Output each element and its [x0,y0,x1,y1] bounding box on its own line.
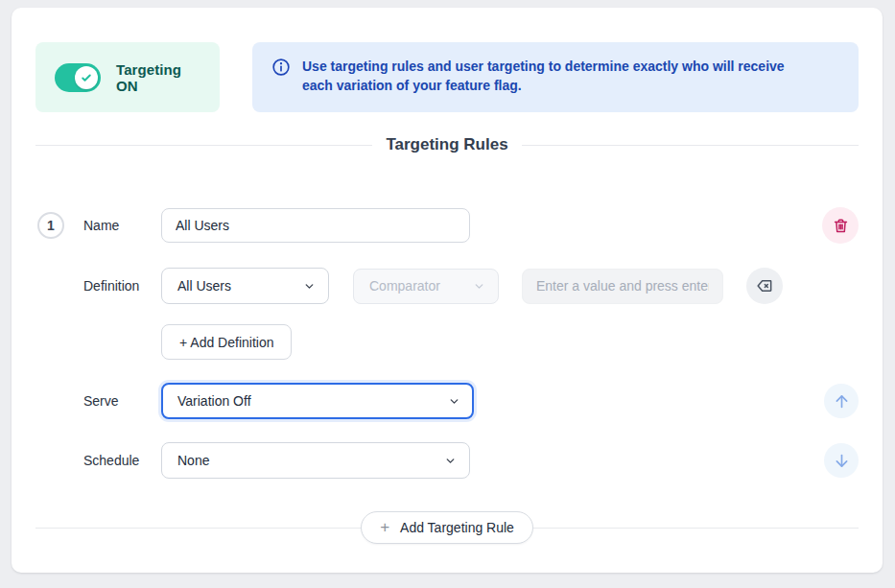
rule-definition-row: Definition All Users Comparator [35,268,859,304]
divider-line [522,145,859,146]
definition-type-select[interactable]: All Users [161,268,329,304]
serve-select[interactable]: Variation Off [161,383,474,419]
serve-value: Variation Off [177,393,251,409]
chevron-down-icon [448,395,460,408]
add-definition-row: + Add Definition [35,324,859,360]
targeting-toggle-container: Targeting ON [35,42,220,112]
definition-type-value: All Users [177,278,231,294]
targeting-card: Targeting ON Use targeting rules and use… [12,8,883,573]
move-rule-down-button[interactable] [824,443,859,478]
add-targeting-rule-button[interactable]: + Add Targeting Rule [361,511,533,544]
definition-label: Definition [83,278,161,294]
delete-rule-button[interactable] [822,207,859,244]
section-title: Targeting Rules [386,135,507,154]
comparator-select[interactable]: Comparator [353,269,499,304]
divider-line [35,145,372,146]
rule-number-column: 1 [37,212,66,239]
targeting-status-label: Targeting ON [116,61,200,94]
plus-icon: + [380,519,389,535]
move-rule-up-button[interactable] [824,384,859,418]
schedule-select[interactable]: None [161,442,470,479]
definition-value-input[interactable] [522,269,723,304]
targeting-toggle[interactable] [55,63,101,92]
divider-line [35,528,361,529]
check-icon [81,72,92,83]
add-rule-row: + Add Targeting Rule [35,511,859,544]
arrow-down-icon [833,452,851,470]
targeting-rule: 1 Name Definition All Users Comparator [35,207,859,479]
schedule-label: Schedule [83,453,161,468]
chevron-down-icon [444,455,457,467]
rule-number-badge: 1 [37,212,64,239]
name-label: Name [83,218,161,233]
rule-schedule-row: Schedule None [35,442,859,479]
backspace-icon [755,276,774,295]
rule-name-input[interactable] [161,208,470,243]
chevron-down-icon [473,280,485,293]
toggle-knob [75,66,98,89]
page-background: Targeting ON Use targeting rules and use… [0,0,895,588]
add-targeting-rule-label: Add Targeting Rule [400,520,514,535]
trash-icon [832,217,850,235]
top-row: Targeting ON Use targeting rules and use… [35,42,859,112]
clear-definition-button[interactable] [746,268,783,304]
info-banner-text: Use targeting rules and user targeting t… [302,57,814,95]
arrow-up-icon [833,392,851,411]
schedule-value: None [177,453,209,468]
info-icon [271,58,291,77]
add-definition-button[interactable]: + Add Definition [161,324,292,360]
rule-serve-row: Serve Variation Off [35,383,859,419]
info-banner: Use targeting rules and user targeting t… [252,42,859,112]
serve-label: Serve [83,393,161,409]
divider-line [533,528,859,529]
chevron-down-icon [303,280,316,293]
rule-name-row: 1 Name [35,207,859,244]
section-header: Targeting Rules [35,132,859,157]
comparator-placeholder: Comparator [369,278,440,294]
